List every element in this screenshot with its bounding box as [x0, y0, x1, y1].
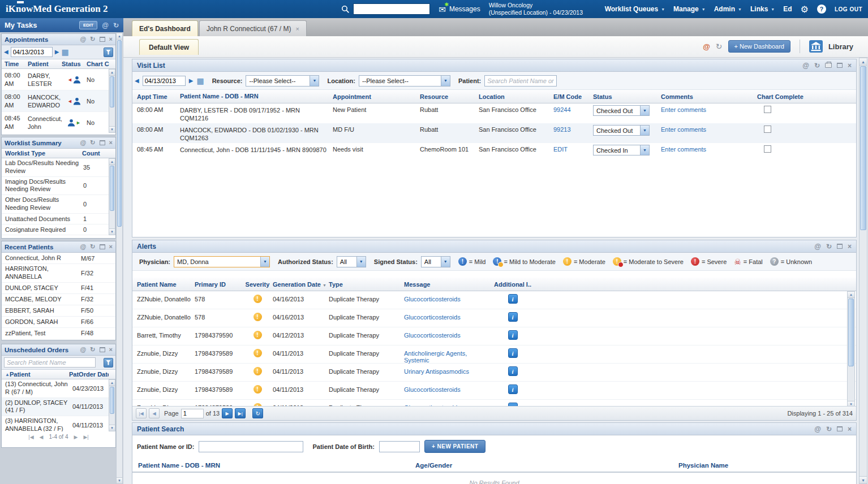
col-patient[interactable]: Patient — [28, 60, 62, 67]
scroll-up-icon[interactable]: ▲ — [109, 159, 115, 165]
signed-status-select[interactable]: All▼ — [421, 256, 450, 267]
main-scrollbar[interactable]: ▲ ▼ — [859, 58, 867, 484]
scroll-down-icon[interactable]: ▼ — [109, 228, 115, 235]
visit-row[interactable]: 08:45 AM Connecticut, John - DOB 11/11/1… — [132, 143, 856, 163]
maximize-icon[interactable] — [100, 37, 105, 42]
scroll-up-icon[interactable]: ▲ — [109, 380, 115, 386]
col-severity[interactable]: Severity — [242, 281, 273, 288]
alert-row[interactable]: Zznubie, Dizzy17984379589 ! 04/11/2013Du… — [132, 382, 856, 400]
worklist-row[interactable]: Unattached Documents1 — [2, 214, 115, 224]
prev-day-icon[interactable]: ◀ — [4, 49, 8, 55]
alert-row[interactable]: ZZNubie, Donatello578 ! 04/16/2013Duplic… — [132, 309, 856, 327]
col-chart-complete[interactable]: Chart Complete — [757, 93, 825, 100]
popout-icon[interactable]: @ — [80, 36, 87, 42]
maximize-icon[interactable] — [100, 140, 105, 145]
scroll-up-icon[interactable]: ▲ — [117, 33, 122, 40]
popout-icon[interactable]: @ — [703, 42, 710, 51]
maximize-icon[interactable] — [837, 426, 843, 431]
appointment-row[interactable]: 08:45 AM Connecticut, John ► No — [2, 112, 115, 133]
alert-message-link[interactable]: Glucocorticosteroids — [404, 309, 493, 321]
col-primary-id[interactable]: Primary ID — [195, 281, 242, 288]
library-label[interactable]: Library — [828, 42, 853, 51]
recent-patient-row[interactable]: zzPatient, TestF/48 — [2, 328, 115, 339]
menu-worklist-queues[interactable]: Worklist Queues▼ — [605, 5, 665, 13]
page-number-input[interactable] — [181, 409, 204, 418]
scroll-up-icon[interactable]: ▲ — [109, 70, 115, 76]
popout-icon[interactable]: @ — [102, 21, 109, 29]
patient-name-input[interactable] — [199, 441, 303, 452]
maximize-icon[interactable] — [100, 347, 105, 352]
scroll-down-icon[interactable]: ▼ — [109, 126, 115, 132]
menu-manage[interactable]: Manage▼ — [673, 5, 706, 13]
refresh-page-button[interactable]: ↻ — [252, 408, 263, 418]
prev-page-icon[interactable]: ◀ — [40, 434, 44, 440]
additional-info-button[interactable]: i — [508, 348, 518, 358]
logout-button[interactable]: LOG OUT — [835, 6, 862, 12]
messages-button[interactable]: ✉✱ Messages — [439, 5, 480, 14]
alert-message-link[interactable]: Glucocorticosteroids — [404, 327, 493, 339]
scroll-down-icon[interactable]: ▼ — [860, 476, 867, 483]
em-code-link[interactable]: EDIT — [553, 143, 593, 153]
col-message[interactable]: Message — [404, 281, 493, 288]
col-patient[interactable]: Patient — [10, 371, 69, 378]
visit-status-select[interactable]: Checked In▼ — [593, 145, 650, 155]
physician-select[interactable]: MD, Donna▼ — [174, 256, 270, 267]
prev-day-icon[interactable]: ◀ — [135, 78, 139, 84]
unscheduled-row[interactable]: (3) HARRINGTON, ANNABELLA (32 / F)04/11/… — [2, 416, 115, 431]
scroll-thumb[interactable] — [860, 66, 866, 230]
settings-gear-icon[interactable]: ⚙ — [801, 4, 809, 15]
appointments-scrollbar[interactable]: ▲ ▼ — [109, 69, 115, 133]
chart-complete-checkbox[interactable] — [764, 126, 771, 133]
tab-dashboard[interactable]: Ed's Dashboard — [132, 20, 198, 36]
recent-patient-row[interactable]: DUNLOP, STACEYF/41 — [2, 283, 115, 294]
additional-info-button[interactable]: i — [508, 294, 518, 304]
additional-info-button[interactable]: i — [508, 330, 518, 340]
refresh-icon[interactable]: ↻ — [826, 243, 832, 250]
close-tab-icon[interactable]: × — [295, 25, 299, 32]
next-page-button[interactable]: ▶ — [222, 408, 233, 418]
close-icon[interactable]: × — [848, 243, 852, 250]
visit-status-select[interactable]: Checked Out▼ — [593, 125, 650, 136]
scroll-up-icon[interactable]: ▲ — [848, 292, 854, 298]
col-patient-name[interactable]: Patient Name - DOB - MRN — [180, 92, 333, 100]
col-count[interactable]: Count — [82, 150, 107, 157]
appointment-row[interactable]: 08:00 AM HANCOCK, EDWARDO ◄ No — [2, 90, 115, 112]
resource-select[interactable]: --Please Select--▼ — [246, 75, 319, 87]
next-page-icon[interactable]: ▶ — [74, 434, 78, 440]
close-icon[interactable]: × — [848, 62, 852, 69]
enter-comments-link[interactable]: Enter comments — [661, 123, 757, 133]
popout-icon[interactable]: @ — [80, 347, 87, 353]
next-day-icon[interactable]: ▶ — [55, 49, 59, 55]
appointment-row[interactable]: 08:00 AM DARBY, LESTER ◄ No — [2, 69, 115, 90]
library-icon[interactable] — [809, 40, 823, 53]
unscheduled-row[interactable]: (13) Connecticut, John R (67 / M)04/23/2… — [2, 379, 115, 398]
refresh-icon[interactable]: ↻ — [716, 42, 723, 51]
worklist-row[interactable]: Lab Docs/Results Needing Review35 — [2, 158, 115, 177]
worklist-row[interactable]: Imaging Docs/Results Needing Review0 — [2, 177, 115, 196]
menu-admin[interactable]: Admin▼ — [714, 5, 742, 13]
maximize-icon[interactable] — [837, 244, 843, 249]
help-icon[interactable]: ? — [817, 5, 826, 14]
close-icon[interactable]: × — [109, 140, 113, 146]
col-patorder-date[interactable]: PatOrder Date — [69, 371, 109, 378]
first-page-icon[interactable]: |◀ — [28, 434, 33, 440]
new-patient-button[interactable]: + NEW PATIENT — [424, 440, 486, 453]
first-page-button[interactable]: |◀ — [136, 408, 147, 418]
additional-info-button[interactable]: i — [508, 384, 518, 394]
col-additional-info[interactable]: Additional I.. — [493, 281, 532, 288]
refresh-icon[interactable]: ↻ — [113, 21, 119, 29]
worklist-row[interactable]: Cosignature Required0 — [2, 224, 115, 235]
popout-icon[interactable]: @ — [80, 140, 87, 146]
col-location[interactable]: Location — [479, 93, 553, 100]
unscheduled-row[interactable]: (2) DUNLOP, STACEY (41 / F)04/11/2013 — [2, 398, 115, 417]
alert-message-link[interactable]: Glucocorticosteroids — [404, 382, 493, 393]
alert-row[interactable]: Barrett, Timothy17984379590 ! 04/12/2013… — [132, 327, 856, 345]
refresh-icon[interactable]: ↻ — [90, 36, 95, 42]
last-page-button[interactable]: ▶| — [235, 408, 246, 418]
appointments-date-input[interactable] — [11, 47, 53, 57]
calendar-icon[interactable]: ▦ — [196, 77, 204, 85]
alert-row[interactable]: Zznubie, Dizzy17984379589 ! 04/11/2013Du… — [132, 345, 856, 364]
refresh-icon[interactable]: ↻ — [90, 140, 95, 146]
popout-icon[interactable]: @ — [80, 244, 87, 250]
alert-message-link[interactable]: Glucocorticosteroids — [404, 291, 493, 302]
